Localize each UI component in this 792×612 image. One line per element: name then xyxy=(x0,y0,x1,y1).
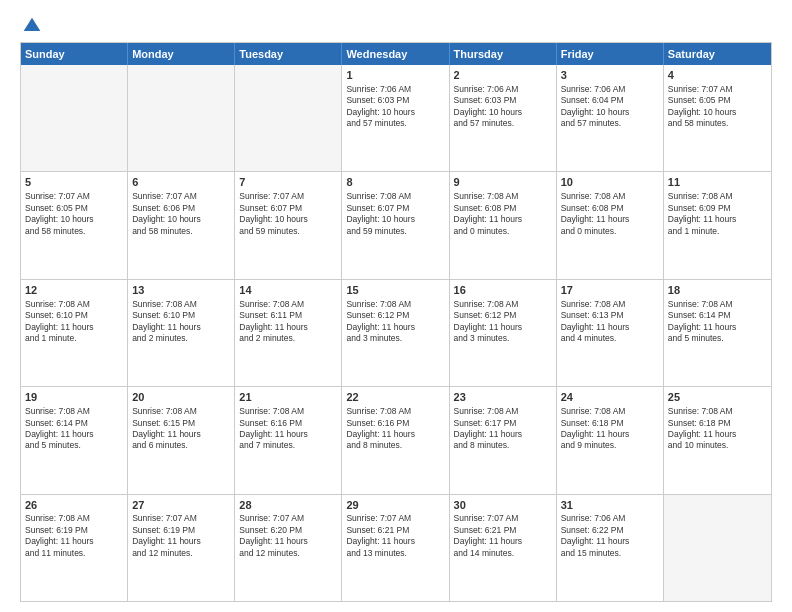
svg-marker-0 xyxy=(24,18,41,31)
daylight-text: Daylight: 10 hoursand 59 minutes. xyxy=(346,214,415,235)
header xyxy=(20,16,772,32)
sunset-text: Sunset: 6:04 PM xyxy=(561,95,624,105)
day-number: 22 xyxy=(346,390,444,405)
day-number: 11 xyxy=(668,175,767,190)
sunset-text: Sunset: 6:22 PM xyxy=(561,525,624,535)
calendar-cell: 30Sunrise: 7:07 AMSunset: 6:21 PMDayligh… xyxy=(450,495,557,601)
sunset-text: Sunset: 6:15 PM xyxy=(132,418,195,428)
calendar-row-4: 26Sunrise: 7:08 AMSunset: 6:19 PMDayligh… xyxy=(21,495,771,601)
day-number: 23 xyxy=(454,390,552,405)
daylight-text: Daylight: 11 hoursand 1 minute. xyxy=(25,322,94,343)
calendar-row-2: 12Sunrise: 7:08 AMSunset: 6:10 PMDayligh… xyxy=(21,280,771,387)
sunset-text: Sunset: 6:10 PM xyxy=(25,310,88,320)
sunset-text: Sunset: 6:19 PM xyxy=(132,525,195,535)
day-number: 1 xyxy=(346,68,444,83)
sunrise-text: Sunrise: 7:08 AM xyxy=(668,299,733,309)
day-number: 13 xyxy=(132,283,230,298)
calendar-cell: 18Sunrise: 7:08 AMSunset: 6:14 PMDayligh… xyxy=(664,280,771,386)
day-number: 3 xyxy=(561,68,659,83)
header-day-monday: Monday xyxy=(128,43,235,65)
daylight-text: Daylight: 10 hoursand 57 minutes. xyxy=(454,107,523,128)
day-info: Sunrise: 7:07 AMSunset: 6:20 PMDaylight:… xyxy=(239,513,337,559)
sunrise-text: Sunrise: 7:06 AM xyxy=(454,84,519,94)
day-number: 15 xyxy=(346,283,444,298)
day-number: 9 xyxy=(454,175,552,190)
sunrise-text: Sunrise: 7:08 AM xyxy=(25,406,90,416)
day-info: Sunrise: 7:07 AMSunset: 6:07 PMDaylight:… xyxy=(239,191,337,237)
calendar-cell: 27Sunrise: 7:07 AMSunset: 6:19 PMDayligh… xyxy=(128,495,235,601)
calendar-cell: 17Sunrise: 7:08 AMSunset: 6:13 PMDayligh… xyxy=(557,280,664,386)
calendar-cell: 6Sunrise: 7:07 AMSunset: 6:06 PMDaylight… xyxy=(128,172,235,278)
daylight-text: Daylight: 11 hoursand 8 minutes. xyxy=(454,429,523,450)
sunrise-text: Sunrise: 7:08 AM xyxy=(561,406,626,416)
sunrise-text: Sunrise: 7:07 AM xyxy=(239,191,304,201)
day-info: Sunrise: 7:08 AMSunset: 6:19 PMDaylight:… xyxy=(25,513,123,559)
calendar-cell: 21Sunrise: 7:08 AMSunset: 6:16 PMDayligh… xyxy=(235,387,342,493)
daylight-text: Daylight: 10 hoursand 57 minutes. xyxy=(561,107,630,128)
sunset-text: Sunset: 6:21 PM xyxy=(346,525,409,535)
day-number: 31 xyxy=(561,498,659,513)
day-info: Sunrise: 7:07 AMSunset: 6:21 PMDaylight:… xyxy=(454,513,552,559)
day-number: 19 xyxy=(25,390,123,405)
daylight-text: Daylight: 11 hoursand 15 minutes. xyxy=(561,536,630,557)
calendar-cell xyxy=(21,65,128,171)
header-day-wednesday: Wednesday xyxy=(342,43,449,65)
sunrise-text: Sunrise: 7:08 AM xyxy=(132,406,197,416)
daylight-text: Daylight: 11 hoursand 7 minutes. xyxy=(239,429,308,450)
day-info: Sunrise: 7:06 AMSunset: 6:04 PMDaylight:… xyxy=(561,84,659,130)
day-number: 20 xyxy=(132,390,230,405)
sunrise-text: Sunrise: 7:08 AM xyxy=(346,406,411,416)
day-number: 10 xyxy=(561,175,659,190)
day-info: Sunrise: 7:08 AMSunset: 6:17 PMDaylight:… xyxy=(454,406,552,452)
day-info: Sunrise: 7:08 AMSunset: 6:09 PMDaylight:… xyxy=(668,191,767,237)
day-info: Sunrise: 7:08 AMSunset: 6:13 PMDaylight:… xyxy=(561,299,659,345)
daylight-text: Daylight: 11 hoursand 5 minutes. xyxy=(668,322,737,343)
sunrise-text: Sunrise: 7:08 AM xyxy=(561,191,626,201)
calendar-cell: 24Sunrise: 7:08 AMSunset: 6:18 PMDayligh… xyxy=(557,387,664,493)
calendar-cell: 31Sunrise: 7:06 AMSunset: 6:22 PMDayligh… xyxy=(557,495,664,601)
day-info: Sunrise: 7:06 AMSunset: 6:22 PMDaylight:… xyxy=(561,513,659,559)
calendar-cell xyxy=(128,65,235,171)
calendar-cell: 8Sunrise: 7:08 AMSunset: 6:07 PMDaylight… xyxy=(342,172,449,278)
day-info: Sunrise: 7:07 AMSunset: 6:05 PMDaylight:… xyxy=(668,84,767,130)
day-number: 14 xyxy=(239,283,337,298)
day-number: 28 xyxy=(239,498,337,513)
sunset-text: Sunset: 6:10 PM xyxy=(132,310,195,320)
daylight-text: Daylight: 11 hoursand 8 minutes. xyxy=(346,429,415,450)
day-info: Sunrise: 7:08 AMSunset: 6:12 PMDaylight:… xyxy=(346,299,444,345)
calendar-cell: 25Sunrise: 7:08 AMSunset: 6:18 PMDayligh… xyxy=(664,387,771,493)
sunset-text: Sunset: 6:07 PM xyxy=(239,203,302,213)
day-number: 5 xyxy=(25,175,123,190)
day-info: Sunrise: 7:07 AMSunset: 6:19 PMDaylight:… xyxy=(132,513,230,559)
sunset-text: Sunset: 6:16 PM xyxy=(346,418,409,428)
calendar-cell: 3Sunrise: 7:06 AMSunset: 6:04 PMDaylight… xyxy=(557,65,664,171)
sunset-text: Sunset: 6:16 PM xyxy=(239,418,302,428)
day-number: 21 xyxy=(239,390,337,405)
sunset-text: Sunset: 6:14 PM xyxy=(668,310,731,320)
sunset-text: Sunset: 6:14 PM xyxy=(25,418,88,428)
day-info: Sunrise: 7:08 AMSunset: 6:14 PMDaylight:… xyxy=(25,406,123,452)
sunset-text: Sunset: 6:12 PM xyxy=(346,310,409,320)
day-info: Sunrise: 7:08 AMSunset: 6:11 PMDaylight:… xyxy=(239,299,337,345)
sunrise-text: Sunrise: 7:06 AM xyxy=(561,513,626,523)
calendar-cell: 12Sunrise: 7:08 AMSunset: 6:10 PMDayligh… xyxy=(21,280,128,386)
calendar-cell: 26Sunrise: 7:08 AMSunset: 6:19 PMDayligh… xyxy=(21,495,128,601)
day-number: 2 xyxy=(454,68,552,83)
day-info: Sunrise: 7:08 AMSunset: 6:18 PMDaylight:… xyxy=(668,406,767,452)
day-info: Sunrise: 7:08 AMSunset: 6:16 PMDaylight:… xyxy=(239,406,337,452)
calendar-header: SundayMondayTuesdayWednesdayThursdayFrid… xyxy=(21,43,771,65)
day-number: 7 xyxy=(239,175,337,190)
page: SundayMondayTuesdayWednesdayThursdayFrid… xyxy=(0,0,792,612)
day-number: 25 xyxy=(668,390,767,405)
day-number: 30 xyxy=(454,498,552,513)
day-number: 18 xyxy=(668,283,767,298)
calendar-cell: 9Sunrise: 7:08 AMSunset: 6:08 PMDaylight… xyxy=(450,172,557,278)
day-info: Sunrise: 7:08 AMSunset: 6:15 PMDaylight:… xyxy=(132,406,230,452)
sunset-text: Sunset: 6:18 PM xyxy=(561,418,624,428)
sunrise-text: Sunrise: 7:07 AM xyxy=(346,513,411,523)
calendar-cell: 16Sunrise: 7:08 AMSunset: 6:12 PMDayligh… xyxy=(450,280,557,386)
day-info: Sunrise: 7:08 AMSunset: 6:08 PMDaylight:… xyxy=(454,191,552,237)
calendar-cell: 23Sunrise: 7:08 AMSunset: 6:17 PMDayligh… xyxy=(450,387,557,493)
header-day-thursday: Thursday xyxy=(450,43,557,65)
day-info: Sunrise: 7:08 AMSunset: 6:16 PMDaylight:… xyxy=(346,406,444,452)
